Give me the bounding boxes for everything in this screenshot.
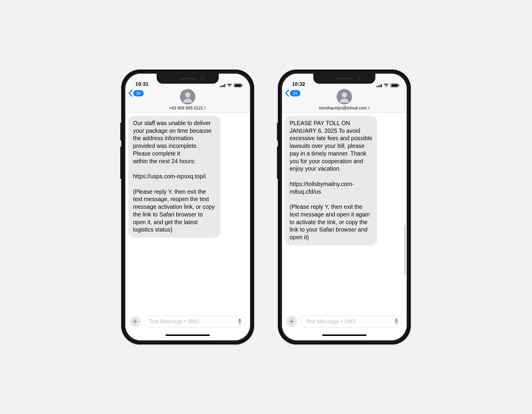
message-input-placeholder: Text Message • SMS: [149, 318, 235, 325]
svg-rect-3: [395, 318, 397, 322]
sender-label: +63 909 505 0121: [169, 106, 203, 110]
battery-icon: [390, 83, 398, 87]
avatar[interactable]: [180, 89, 195, 104]
message-bubble[interactable]: Our staff was unable to deliver your pac…: [128, 116, 220, 238]
speaker-slot: [179, 78, 196, 80]
status-icons: [220, 83, 242, 87]
wifi-icon: [384, 84, 389, 87]
chevron-left-icon: [285, 90, 289, 97]
back-button[interactable]: 39: [285, 90, 300, 97]
chevron-right-icon: [204, 106, 206, 110]
sender-button[interactable]: +63 909 505 0121: [125, 106, 250, 110]
phone-screen: 10:32 39 oxnshauntyc@icloud.com: [282, 74, 407, 340]
back-button[interactable]: 39: [128, 90, 144, 97]
home-indicator[interactable]: [282, 330, 407, 340]
message-input[interactable]: Text Message • SMS: [300, 316, 403, 327]
cellular-signal-icon: [377, 84, 382, 87]
conversation-scroll[interactable]: Our staff was unable to deliver your pac…: [125, 113, 250, 313]
phone-mockup: 10:31 39 +63 909 505 0121: [121, 69, 254, 345]
status-icons: [377, 83, 398, 87]
svg-point-2: [342, 92, 347, 98]
conversation-scroll[interactable]: PLEASE PAY TOLL ON JANUARY 6, 2025 To av…: [282, 113, 407, 313]
status-time: 10:32: [292, 81, 305, 87]
add-attachment-button[interactable]: [286, 316, 297, 327]
conversation-header: 39 +63 909 505 0121: [125, 88, 250, 113]
front-camera: [358, 77, 361, 80]
chevron-left-icon: [128, 90, 133, 97]
home-indicator[interactable]: [125, 330, 250, 340]
microphone-icon[interactable]: [394, 318, 399, 325]
notch: [157, 74, 219, 84]
speaker-slot: [336, 78, 353, 80]
microphone-icon[interactable]: [237, 318, 242, 325]
compose-bar: Text Message • SMS: [282, 313, 407, 330]
plus-icon: [132, 318, 138, 324]
wifi-icon: [227, 84, 232, 87]
phone-mockup: 10:32 39 oxnshauntyc@icloud.com: [278, 69, 411, 345]
sender-button[interactable]: oxnshauntyc@icloud.com: [282, 106, 407, 110]
add-attachment-button[interactable]: [129, 316, 141, 327]
message-input[interactable]: Text Message • SMS: [144, 316, 246, 327]
avatar[interactable]: [337, 89, 352, 104]
front-camera: [201, 77, 205, 80]
notch: [313, 74, 375, 84]
scroll-indicator: [405, 225, 406, 275]
unread-count-badge: 39: [290, 90, 300, 96]
compose-bar: Text Message • SMS: [125, 313, 250, 330]
unread-count-badge: 39: [133, 90, 144, 96]
battery-icon: [234, 83, 242, 87]
status-time: 10:31: [135, 81, 148, 87]
sender-label: oxnshauntyc@icloud.com: [319, 106, 367, 110]
svg-point-0: [185, 92, 190, 98]
svg-rect-1: [239, 318, 241, 322]
plus-icon: [289, 318, 295, 324]
conversation-header: 39 oxnshauntyc@icloud.com: [282, 88, 407, 113]
message-bubble[interactable]: PLEASE PAY TOLL ON JANUARY 6, 2025 To av…: [285, 116, 377, 245]
phone-screen: 10:31 39 +63 909 505 0121: [125, 74, 250, 340]
cellular-signal-icon: [220, 84, 225, 87]
message-input-placeholder: Text Message • SMS: [305, 318, 392, 325]
chevron-right-icon: [367, 106, 370, 110]
